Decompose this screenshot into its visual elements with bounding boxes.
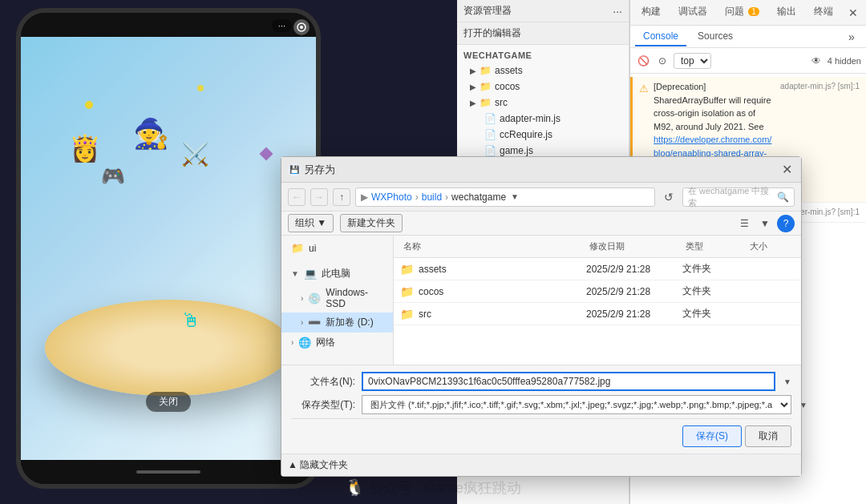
subtab-console[interactable]: Console bbox=[635, 27, 686, 46]
sidebar-spacer bbox=[281, 257, 393, 264]
expand-pc: ▼ bbox=[291, 269, 299, 278]
nav-forward-button[interactable]: → bbox=[310, 188, 328, 206]
no-entry-icon[interactable]: 🚫 bbox=[635, 53, 651, 69]
dialog-close-button[interactable]: ✕ bbox=[779, 162, 795, 178]
help-icon[interactable]: ? bbox=[777, 215, 795, 232]
warning-icon: ⚠ bbox=[639, 81, 649, 97]
new-folder-button[interactable]: 新建文件夹 bbox=[340, 214, 403, 232]
file-list-header: 名称 修改日期 类型 大小 bbox=[394, 236, 801, 258]
list-view-icon[interactable]: ☰ bbox=[735, 215, 753, 232]
tree-item-adapter-min[interactable]: 📄 adapter-min.js bbox=[457, 111, 629, 127]
tree-item-cocos[interactable]: ▶ 📁 cocos bbox=[457, 79, 629, 95]
hidden-folder-toggle[interactable]: ▲ 隐藏文件夹 bbox=[281, 454, 801, 476]
col-type[interactable]: 类型 bbox=[682, 239, 747, 254]
filter-icon[interactable]: ⊙ bbox=[654, 53, 670, 69]
tab-issues[interactable]: 问题 1 bbox=[717, 2, 767, 23]
organize-button[interactable]: 组织 ▼ bbox=[288, 214, 334, 232]
col-modified[interactable]: 修改日期 bbox=[586, 239, 682, 254]
cancel-button[interactable]: 取消 bbox=[745, 425, 791, 447]
drive-icon-ssd: 💿 bbox=[308, 292, 321, 304]
console-subbar: Console Sources » bbox=[630, 26, 866, 48]
js-icon-adapter: 📄 bbox=[484, 113, 496, 124]
file-label-src: src bbox=[419, 308, 431, 320]
bc-current: wechatgame bbox=[451, 192, 506, 203]
tree-label-src: src bbox=[495, 97, 508, 108]
phone-screen: 👸 🧙 ⚔️ 🎮 🖱 关闭 bbox=[21, 37, 316, 460]
game-character-3: ⚔️ bbox=[181, 141, 209, 167]
issues-badge: 1 bbox=[748, 7, 759, 16]
filename-dropdown[interactable]: ▼ bbox=[783, 377, 791, 386]
tab-terminal[interactable]: 终端 bbox=[806, 2, 841, 23]
col-size[interactable]: 大小 bbox=[747, 239, 795, 254]
phone-top-bar: ··· bbox=[21, 13, 316, 37]
folder-icon-assets: 📁 bbox=[480, 65, 492, 76]
file-name-src: 📁 src bbox=[400, 308, 586, 321]
search-placeholder-text: 在 wechatgame 中搜索 bbox=[688, 185, 771, 209]
bc-sep-1: › bbox=[415, 192, 419, 203]
context-select[interactable]: top bbox=[674, 53, 711, 69]
tree-item-ccrequire[interactable]: 📄 ccRequire.js bbox=[457, 127, 629, 143]
nav-up-button[interactable]: ↑ bbox=[333, 188, 350, 206]
sidebar-label-pc: 此电脑 bbox=[322, 267, 350, 280]
tree-label-assets: assets bbox=[495, 65, 523, 76]
eye-icon[interactable]: 👁 bbox=[808, 53, 824, 69]
pc-icon: 💻 bbox=[304, 268, 317, 280]
file-name-assets: 📁 assets bbox=[400, 263, 586, 276]
filetype-select[interactable]: 图片文件 (*.tif;*.pjp;*.jfif;*.ico;*.tiff;*.… bbox=[362, 395, 791, 414]
more-tabs-icon[interactable]: » bbox=[842, 27, 861, 46]
file-row-assets[interactable]: 📁 assets 2025/2/9 21:28 文件夹 bbox=[394, 258, 801, 280]
nav-search-box[interactable]: 在 wechatgame 中搜索 🔍 bbox=[682, 187, 795, 207]
hidden-folder-label: ▲ 隐藏文件夹 bbox=[288, 458, 348, 472]
phone-dots-button[interactable]: ··· bbox=[272, 19, 292, 32]
open-editor-section[interactable]: 打开的编辑器 bbox=[457, 22, 629, 45]
tree-item-assets[interactable]: ▶ 📁 assets bbox=[457, 62, 629, 79]
file-type-cocos: 文件夹 bbox=[682, 284, 747, 298]
dialog-body: 📁 ui ▼ 💻 此电脑 › 💿 Windows-SSD › ➖ 新加卷 (D:… bbox=[281, 236, 801, 365]
breadcrumb-path[interactable]: ▶ WXPhoto › build › wechatgame ▼ bbox=[355, 187, 655, 207]
filetype-label: 保存类型(T): bbox=[291, 398, 355, 412]
tab-output[interactable]: 输出 bbox=[769, 2, 804, 23]
js-icon-game: 📄 bbox=[484, 145, 496, 156]
dialog-action-bar: 组织 ▼ 新建文件夹 ☰ ▼ ? bbox=[281, 212, 801, 236]
subtab-sources[interactable]: Sources bbox=[690, 27, 741, 46]
tab-debugger[interactable]: 调试器 bbox=[670, 2, 715, 23]
game-character-2: 🧙 bbox=[133, 117, 169, 151]
view-dropdown-icon[interactable]: ▼ bbox=[756, 215, 774, 232]
file-row-src[interactable]: 📁 src 2025/2/9 21:28 文件夹 bbox=[394, 303, 801, 325]
cursor-icon: 🖱 bbox=[181, 309, 200, 332]
sidebar-item-d-drive[interactable]: › ➖ 新加卷 (D:) bbox=[281, 312, 393, 333]
col-name[interactable]: 名称 bbox=[400, 239, 586, 254]
sidebar-item-pc[interactable]: ▼ 💻 此电脑 bbox=[281, 264, 393, 284]
save-button[interactable]: 保存(S) bbox=[682, 425, 742, 447]
console-controls: 🚫 ⊙ top 👁 4 hidden bbox=[630, 48, 866, 74]
dialog-icon: 💾 bbox=[288, 163, 301, 176]
bc-dropdown[interactable]: ▼ bbox=[511, 192, 519, 201]
nav-refresh-button[interactable]: ↺ bbox=[660, 188, 678, 206]
deco-diamond bbox=[260, 147, 273, 161]
file-name-cocos: 📁 cocos bbox=[400, 285, 586, 298]
game-platform bbox=[45, 300, 292, 396]
phone-camera-button[interactable] bbox=[293, 19, 310, 35]
bc-build[interactable]: build bbox=[422, 192, 442, 203]
close-devtools-button[interactable]: ✕ bbox=[844, 3, 863, 22]
bc-wxphoto[interactable]: WXPhoto bbox=[371, 192, 412, 203]
wechatgame-header: WECHATGAME bbox=[457, 48, 629, 62]
file-label-assets: assets bbox=[419, 264, 447, 275]
sidebar-item-network[interactable]: › 🌐 网络 bbox=[281, 333, 393, 353]
devtools-header: 资源管理器 ··· bbox=[457, 0, 629, 22]
nav-back-button[interactable]: ← bbox=[288, 188, 306, 206]
phone-close-button[interactable]: 关闭 bbox=[146, 392, 191, 412]
footer-actions: 保存(S) 取消 bbox=[291, 422, 791, 447]
filename-input[interactable] bbox=[362, 372, 775, 391]
devtools-menu-dots[interactable]: ··· bbox=[613, 5, 622, 18]
open-editor-label: 打开的编辑器 bbox=[463, 26, 521, 40]
file-row-cocos[interactable]: 📁 cocos 2025/2/9 21:28 文件夹 bbox=[394, 280, 801, 303]
drive-icon-d: ➖ bbox=[308, 317, 321, 329]
tree-arrow-cocos: ▶ bbox=[470, 83, 476, 91]
sidebar-item-ui[interactable]: 📁 ui bbox=[281, 239, 393, 257]
sidebar-item-windows-ssd[interactable]: › 💿 Windows-SSD bbox=[281, 284, 393, 312]
tree-item-src[interactable]: ▶ 📁 src bbox=[457, 95, 629, 111]
tab-build[interactable]: 构建 bbox=[633, 2, 669, 23]
deco-dot-2 bbox=[197, 85, 204, 91]
filetype-dropdown[interactable]: ▼ bbox=[799, 401, 807, 409]
